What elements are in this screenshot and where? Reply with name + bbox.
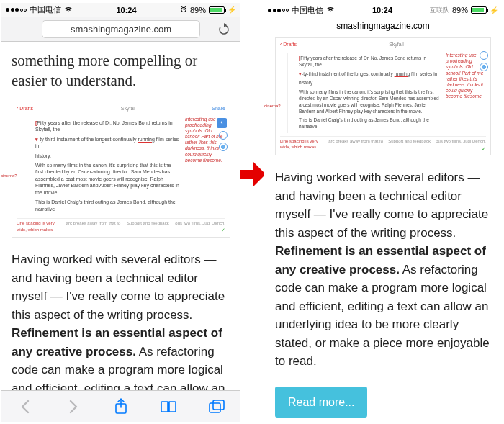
doc-drafts: ‹ Drafts xyxy=(280,41,297,48)
doc-support: Support and feedback xyxy=(127,220,169,233)
editor-screenshot: ‹ Drafts Skyfall Share ‹ [Fifty years af… xyxy=(12,102,230,238)
doc-p1b2: film series in xyxy=(410,71,437,76)
article-paragraph: Having worked with several editors — and… xyxy=(275,168,491,371)
extra-label: 互联队 xyxy=(430,6,449,15)
doc-p1b-hl: running xyxy=(395,71,410,76)
battery-icon xyxy=(209,6,225,14)
doc-drafts: ‹ Drafts xyxy=(17,105,33,112)
doc-p3b: arc breaks away from that fo xyxy=(66,220,121,233)
battery-pct: 89% xyxy=(190,6,206,14)
alarm-icon xyxy=(180,6,187,14)
doc-linespacing-note: Line spacing is very wide, which makes xyxy=(280,138,323,150)
url-field[interactable]: smashingmagazine.com xyxy=(42,20,200,38)
doc-p3b: arc breaks away from that fo xyxy=(328,138,383,150)
doc-share: Share xyxy=(212,105,225,112)
forward-button[interactable] xyxy=(65,398,82,415)
check-icon: ✓ xyxy=(482,145,486,152)
doc-support: Support and feedback xyxy=(388,138,431,150)
safari-toolbar xyxy=(1,390,240,422)
doc-cinema-note: cinema? xyxy=(264,103,281,109)
doc-p2: With so many films in the canon, it's su… xyxy=(299,89,440,114)
para-s1: Having worked with several editors — and… xyxy=(12,253,225,322)
reload-button[interactable] xyxy=(217,23,230,36)
doc-sidenote: Interesting use proofreading symbols. Ol… xyxy=(185,117,225,215)
doc-p1c: history. xyxy=(35,153,179,159)
circle-icon xyxy=(480,51,488,60)
doc-tab: Skyfall xyxy=(121,105,136,112)
doc-p1a: Fifty years after the release of Dr. No,… xyxy=(299,55,426,67)
carrier-label: 中国电信 xyxy=(30,4,61,15)
doc-cinema-note: cinema? xyxy=(1,173,17,179)
status-left: 中国电信 xyxy=(6,4,73,15)
bookmarks-button[interactable] xyxy=(160,398,177,415)
status-bar: 中国电信 10:24 互联队 89% ⚡ xyxy=(264,3,503,17)
back-button[interactable] xyxy=(17,398,34,415)
share-button[interactable] xyxy=(112,398,130,415)
signal-dots-icon xyxy=(6,8,27,12)
status-right: 互联队 89% ⚡ xyxy=(430,6,498,15)
circle-marker-icon xyxy=(480,63,488,71)
doc-p3a: This is Daniel Craig's third outing as J… xyxy=(35,199,179,212)
para-s2: As refactoring code can make a program m… xyxy=(275,263,490,369)
svg-rect-2 xyxy=(210,403,220,412)
blue-toggle-icon: ‹ xyxy=(217,118,227,128)
check-icon: ✓ xyxy=(221,227,225,234)
svg-rect-3 xyxy=(213,400,224,410)
tabs-button[interactable] xyxy=(208,398,225,415)
url-field[interactable]: smashingmagazine.com xyxy=(304,18,462,34)
editor-screenshot: ‹ Drafts Skyfall . [Fifty years after th… xyxy=(275,37,491,155)
phone-right: 中国电信 10:24 互联队 89% ⚡ smashingmagazine.co… xyxy=(264,3,503,422)
doc-p2: With so many films in the canon, it's su… xyxy=(35,162,179,196)
doc-p1a: Fifty years after the release of Dr. No,… xyxy=(35,120,173,132)
lead-text: something more compelling or easier to u… xyxy=(12,50,230,91)
article-paragraph: Having worked with several editors — and… xyxy=(12,251,230,393)
url-bar: smashingmagazine.com xyxy=(264,17,503,35)
doc-tab: Skyfall xyxy=(389,41,404,48)
status-left: 中国电信 xyxy=(268,5,335,16)
article-content: ‹ Drafts Skyfall . [Fifty years after th… xyxy=(264,35,503,419)
status-bar: 中国电信 10:24 89% ⚡ xyxy=(1,3,240,17)
circle-marker-icon xyxy=(219,143,228,151)
doc-p1b: -ty-third instalment of the longest cont… xyxy=(302,71,395,76)
article-content: something more compelling or easier to u… xyxy=(1,42,240,393)
para-s1: Having worked with several editors — and… xyxy=(275,171,488,240)
charge-icon: ⚡ xyxy=(490,6,498,14)
battery-pct: 89% xyxy=(452,6,468,14)
status-right: 89% ⚡ xyxy=(180,6,236,14)
clock: 10:24 xyxy=(116,6,136,14)
phone-left: 中国电信 10:24 89% ⚡ smashingmagazine.com xyxy=(1,3,240,422)
signal-dots-icon xyxy=(268,9,289,12)
read-more-button[interactable]: Read more... xyxy=(275,387,367,418)
doc-p1c: history. xyxy=(299,80,440,86)
doc-p3a: This is Daniel Craig's third outing as J… xyxy=(299,117,440,130)
battery-icon xyxy=(471,6,487,14)
doc-p3c: ous two films. Judi Dench, xyxy=(436,138,486,150)
red-arrow-icon xyxy=(240,158,266,190)
url-bar: smashingmagazine.com xyxy=(1,17,240,42)
clock: 10:24 xyxy=(372,6,392,14)
wifi-icon xyxy=(326,6,335,14)
charge-icon: ⚡ xyxy=(228,6,236,14)
carrier-label: 中国电信 xyxy=(292,5,323,16)
doc-p1b-hl: running xyxy=(138,137,155,142)
wifi-icon xyxy=(64,6,73,14)
doc-p3c: ous two films. Judi Dench, xyxy=(175,220,225,233)
circle-icon xyxy=(219,131,228,140)
doc-p1b: -ty-third instalment of the longest cont… xyxy=(38,137,138,142)
doc-linespacing-note: Line spacing is very wide, which makes xyxy=(17,220,60,233)
